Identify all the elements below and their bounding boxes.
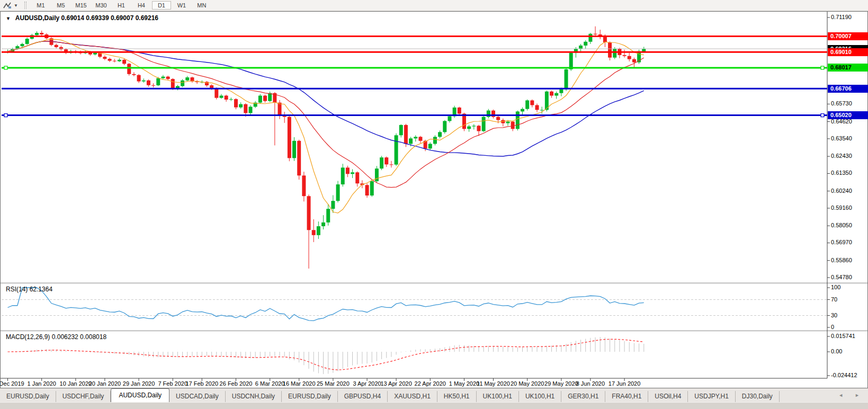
- chart-canvas[interactable]: [1, 12, 867, 388]
- tabs-scroll-left-icon[interactable]: ◄: [838, 393, 843, 398]
- ma-fast-line: [8, 39, 644, 213]
- date-label: 17 Jun 2020: [601, 380, 648, 387]
- chart-title: ▼ AUDUSD,Daily 0.69014 0.69339 0.69007 0…: [6, 14, 158, 22]
- horizontal-level-lines[interactable]: [2, 36, 827, 117]
- tab-usdchf-daily[interactable]: USDCHF,Daily: [56, 391, 111, 402]
- rsi-tick-label: 100: [831, 284, 840, 290]
- chart-window: ▼ AUDUSD,Daily 0.69014 0.69339 0.69007 0…: [0, 11, 868, 388]
- timeframe-button-d1[interactable]: D1: [152, 1, 171, 10]
- tab-dj30-daily[interactable]: DJ30,Daily: [736, 391, 780, 402]
- line-handle[interactable]: [821, 114, 824, 117]
- mt4-window: ▼ M1M5M15M30H1H4D1W1MN ▼ AUDUSD,Daily 0.…: [0, 0, 868, 409]
- zigzag-icon: [3, 2, 12, 9]
- level-price-badge: 0.68017: [828, 64, 868, 72]
- tab-fra40-h1[interactable]: FRA40,H1: [605, 391, 648, 402]
- level-price-badge: 0.69010: [828, 48, 868, 56]
- price-tick-label: 0.62430: [831, 153, 852, 159]
- macd-label: MACD(12,26,9) 0.006232 0.008018: [6, 333, 106, 341]
- chart-menu-icon[interactable]: ▼: [6, 16, 11, 21]
- tab-eurusd-daily[interactable]: EURUSD,Daily: [282, 391, 338, 402]
- timeframe-button-m5[interactable]: M5: [51, 1, 70, 10]
- level-price-badge: 0.66706: [828, 85, 868, 93]
- rsi-tick-label: 70: [831, 296, 837, 303]
- timeframe-button-m15[interactable]: M15: [71, 1, 91, 10]
- line-handle[interactable]: [4, 114, 7, 117]
- line-studies-icon[interactable]: [2, 1, 13, 10]
- tab-scroll-arrows: ◄ ►: [838, 388, 868, 402]
- timeframe-button-h4[interactable]: H4: [132, 1, 151, 10]
- macd-tick-label: -0.024412: [831, 372, 857, 378]
- rsi-label: RSI(14) 62.1364: [6, 286, 52, 293]
- level-price-badge: 0.65020: [828, 111, 868, 119]
- price-tick-label: 0.71190: [831, 14, 852, 20]
- price-tick-label: 0.65730: [831, 100, 852, 106]
- toolbar-grip[interactable]: [24, 2, 26, 9]
- rsi-tick-label: 0: [831, 324, 834, 330]
- tab-usoil-h4[interactable]: USOil,H4: [648, 391, 688, 402]
- macd-tick-label: 0.015741: [831, 333, 855, 339]
- price-tick-label: 0.55860: [831, 257, 852, 263]
- chart-tab-bar: EURUSD,DailyUSDCHF,DailyAUDUSD,DailyUSDC…: [0, 388, 868, 402]
- price-tick-label: 0.59160: [831, 204, 852, 211]
- ma-medium-line: [8, 41, 644, 188]
- timeframe-button-m30[interactable]: M30: [92, 1, 111, 10]
- tab-uk100-h1[interactable]: UK100,H1: [519, 391, 561, 402]
- line-handle[interactable]: [4, 66, 7, 69]
- price-tick-label: 0.63540: [831, 135, 852, 141]
- tab-usdcnh-daily[interactable]: USDCNH,Daily: [226, 391, 282, 402]
- tab-usdjpy-h1[interactable]: USDJPY,H1: [688, 391, 735, 402]
- level-price-badge: 0.70007: [828, 32, 868, 40]
- candlestick-series: [6, 26, 646, 269]
- macd-histogram: [8, 337, 644, 374]
- tab-eurusd-daily[interactable]: EURUSD,Daily: [0, 391, 56, 402]
- timeframe-toolbar: ▼ M1M5M15M30H1H4D1W1MN: [0, 0, 868, 11]
- tabs-scroll-right-icon[interactable]: ►: [855, 393, 860, 398]
- tab-xauusd-h1[interactable]: XAUUSD,H1: [388, 391, 437, 402]
- status-strip: [0, 402, 868, 409]
- macd-tick-label: 0.00: [831, 348, 842, 354]
- timeframe-buttons: M1M5M15M30H1H4D1W1MN: [31, 1, 212, 10]
- price-tick-label: 0.60240: [831, 188, 852, 194]
- chart-tabs: EURUSD,DailyUSDCHF,DailyAUDUSD,DailyUSDC…: [0, 388, 780, 402]
- price-tick-label: 0.61350: [831, 170, 852, 176]
- chart-symbol-period: AUDUSD,Daily: [15, 14, 59, 22]
- toolbar-dropdown-caret-icon[interactable]: ▼: [14, 3, 18, 8]
- tab-uk100-h1[interactable]: UK100,H1: [477, 391, 519, 402]
- tab-hk50-h1[interactable]: HK50,H1: [437, 391, 477, 402]
- line-handle[interactable]: [821, 66, 824, 69]
- tab-ger30-h1[interactable]: GER30,H1: [561, 391, 605, 402]
- tab-gbpusd-h4[interactable]: GBPUSD,H4: [338, 391, 388, 402]
- price-tick-label: 0.56970: [831, 239, 852, 245]
- timeframe-button-w1[interactable]: W1: [172, 1, 191, 10]
- tab-audusd-daily[interactable]: AUDUSD,Daily: [111, 388, 169, 402]
- timeframe-button-mn[interactable]: MN: [192, 1, 211, 10]
- price-tick-label: 0.58050: [831, 222, 852, 228]
- timeframe-button-h1[interactable]: H1: [112, 1, 131, 10]
- price-tick-label: 0.54780: [831, 274, 852, 280]
- tab-usdcad-daily[interactable]: USDCAD,Daily: [169, 391, 226, 402]
- timeframe-button-m1[interactable]: M1: [31, 1, 50, 10]
- macd-signal-line: [8, 339, 644, 370]
- chart-ohlc-values: 0.69014 0.69339 0.69007 0.69216: [61, 14, 159, 22]
- rsi-tick-label: 30: [831, 312, 837, 318]
